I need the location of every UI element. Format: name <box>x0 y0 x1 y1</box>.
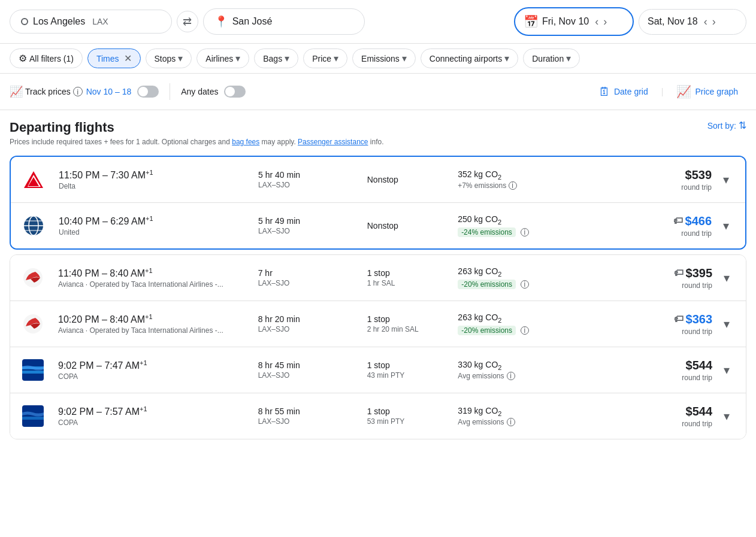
expand-button[interactable]: ▾ <box>717 360 736 380</box>
depart-date-selector[interactable]: 📅 Fri, Nov 10 ‹ › <box>514 7 634 36</box>
origin-city: Los Angeles <box>33 16 85 27</box>
price-val: 🏷 $395 <box>603 266 712 280</box>
avg-emissions-info-icon[interactable]: i <box>507 372 515 380</box>
expand-button[interactable]: ▾ <box>717 314 736 333</box>
emissions-filter-button[interactable]: Emissions ▾ <box>352 48 416 68</box>
sort-by-button[interactable]: Sort by: ⇅ <box>707 120 746 131</box>
date-grid-button[interactable]: 🗓 Date grid <box>590 81 657 102</box>
route: LAX–SJO <box>258 181 367 189</box>
expand-button[interactable]: ▾ <box>716 216 736 235</box>
flight-card[interactable]: 9:02 PM – 7:47 AM+1 COPA 8 hr 45 min LAX… <box>10 347 746 393</box>
destination-field[interactable]: 📍 San José <box>203 8 365 35</box>
bags-filter-button[interactable]: Bags ▾ <box>254 48 298 68</box>
stops-filter-button[interactable]: Stops ▾ <box>146 48 192 68</box>
times-close-icon[interactable]: ✕ <box>124 53 132 64</box>
route: LAX–SJO <box>258 417 367 426</box>
airline-name: COPA <box>58 418 258 427</box>
info-icon[interactable]: i <box>509 181 517 190</box>
airline-name: Delta <box>59 182 258 190</box>
sort-row: Sort by: ⇅ <box>707 120 746 131</box>
price-type: round trip <box>603 327 712 336</box>
swap-button[interactable]: ⇄ <box>177 11 198 32</box>
return-date-selector[interactable]: Sat, Nov 18 ‹ › <box>639 9 746 35</box>
airlines-chevron-icon: ▾ <box>235 53 240 64</box>
airline-logo <box>20 403 46 429</box>
flight-stops: 1 stop 43 min PTY <box>367 360 458 380</box>
track-bar: 📈 Track prices i Nov 10 – 18 Any dates 🗓… <box>0 74 756 110</box>
emissions-info-icon[interactable]: i <box>521 280 529 289</box>
delta-logo-icon <box>23 169 44 190</box>
flight-card[interactable]: 10:40 PM – 6:29 AM+1 United 5 hr 49 min … <box>11 203 745 248</box>
flight-duration: 8 hr 55 min LAX–SJO <box>258 406 367 426</box>
flight-stops: 1 stop 2 hr 20 min SAL <box>367 314 458 333</box>
all-filters-button[interactable]: ⚙ All filters (1) <box>10 48 83 68</box>
stops-val: 1 stop <box>367 268 458 278</box>
price-graph-label: Price graph <box>695 87 738 96</box>
times-filter-button[interactable]: Times ✕ <box>87 48 141 68</box>
flight-time-range: 9:02 PM – 7:47 AM+1 <box>58 359 258 371</box>
time-range-text: 11:40 PM – 8:40 AM <box>58 268 145 278</box>
flight-time-range: 10:20 PM – 8:40 AM+1 <box>58 313 258 325</box>
return-date-text: Sat, Nov 18 <box>648 16 698 27</box>
emissions-val: 319 kg CO2 <box>458 406 603 417</box>
time-range-text: 10:40 PM – 6:29 AM <box>59 216 146 226</box>
passenger-assistance-link[interactable]: Passenger assistance <box>298 138 368 146</box>
return-next-button[interactable]: › <box>710 16 718 28</box>
airlines-filter-button[interactable]: Airlines ▾ <box>196 48 249 68</box>
svg-rect-14 <box>22 417 44 420</box>
expand-button[interactable]: ▾ <box>716 170 736 189</box>
route: LAX–SJO <box>258 279 367 287</box>
flight-card[interactable]: 11:50 PM – 7:30 AM+1 Delta 5 hr 40 min L… <box>11 157 745 203</box>
flight-emissions: 319 kg CO2 Avg emissions i <box>458 406 603 427</box>
emissions-info-icon[interactable]: i <box>521 326 529 335</box>
track-prices-label: Track prices <box>25 87 71 96</box>
plus-day: +1 <box>140 359 147 366</box>
expand-button[interactable]: ▾ <box>717 268 736 287</box>
depart-prev-button[interactable]: ‹ <box>592 16 601 28</box>
emissions-chevron-icon: ▾ <box>402 53 407 64</box>
duration-filter-button[interactable]: Duration ▾ <box>523 48 580 68</box>
track-prices-icon: 📈 <box>10 85 23 98</box>
stops-val: 1 stop <box>367 360 458 370</box>
bags-filter-label: Bags <box>263 54 282 63</box>
flight-emissions: 330 kg CO2 Avg emissions i <box>458 360 603 381</box>
departing-subtitle: Prices include required taxes + fees for… <box>10 138 384 146</box>
flight-card[interactable]: 11:40 PM – 8:40 AM+1 Avianca · Operated … <box>10 255 746 301</box>
departing-title: Departing flights <box>10 120 384 135</box>
time-range-text: 10:20 PM – 8:40 AM <box>58 314 145 324</box>
price-val: $544 <box>603 359 712 372</box>
times-filter-label: Times <box>96 54 119 63</box>
price-graph-button[interactable]: 📈 Price graph <box>668 81 746 102</box>
track-info-icon[interactable]: i <box>73 87 83 96</box>
emissions-badge: -20% emissions <box>458 280 516 289</box>
duration-val: 5 hr 49 min <box>258 216 367 226</box>
flight-times: 11:40 PM – 8:40 AM+1 Avianca · Operated … <box>58 267 258 289</box>
flight-time-range: 9:02 PM – 7:57 AM+1 <box>58 405 258 417</box>
bag-fees-link[interactable]: bag fees <box>232 138 259 146</box>
return-prev-button[interactable]: ‹ <box>701 16 710 28</box>
depart-next-button[interactable]: › <box>601 16 609 28</box>
connecting-airports-filter-button[interactable]: Connecting airports ▾ <box>421 48 518 68</box>
avg-emissions-info-icon[interactable]: i <box>507 418 515 426</box>
price-tag-icon: 🏷 <box>673 216 683 226</box>
flight-time-range: 10:40 PM – 6:29 AM+1 <box>59 215 258 227</box>
emissions-badge: -20% emissions <box>458 326 516 335</box>
origin-field[interactable]: Los Angeles LAX <box>10 10 172 34</box>
bags-chevron-icon: ▾ <box>285 53 289 64</box>
track-prices-toggle[interactable] <box>137 86 159 98</box>
flight-times: 9:02 PM – 7:47 AM+1 COPA <box>58 359 258 381</box>
flight-duration: 8 hr 45 min LAX–SJO <box>258 360 367 380</box>
origin-code: LAX <box>92 17 108 26</box>
all-filters-label: All filters (1) <box>29 54 74 63</box>
flight-card[interactable]: 9:02 PM – 7:57 AM+1 COPA 8 hr 55 min LAX… <box>10 393 746 439</box>
flight-card[interactable]: 10:20 PM – 8:40 AM+1 Avianca · Operated … <box>10 301 746 347</box>
emissions-val: 330 kg CO2 <box>458 360 603 371</box>
any-dates-label: Any dates <box>181 87 218 96</box>
any-dates-toggle[interactable] <box>224 86 246 98</box>
calendar-icon: 📅 <box>524 14 539 29</box>
filters-bar: ⚙ All filters (1) Times ✕ Stops ▾ Airlin… <box>0 44 756 74</box>
expand-button[interactable]: ▾ <box>717 406 736 426</box>
flight-emissions: 352 kg CO2 +7% emissions i <box>458 169 603 190</box>
emissions-info-icon[interactable]: i <box>521 228 529 236</box>
price-filter-button[interactable]: Price ▾ <box>303 48 347 68</box>
